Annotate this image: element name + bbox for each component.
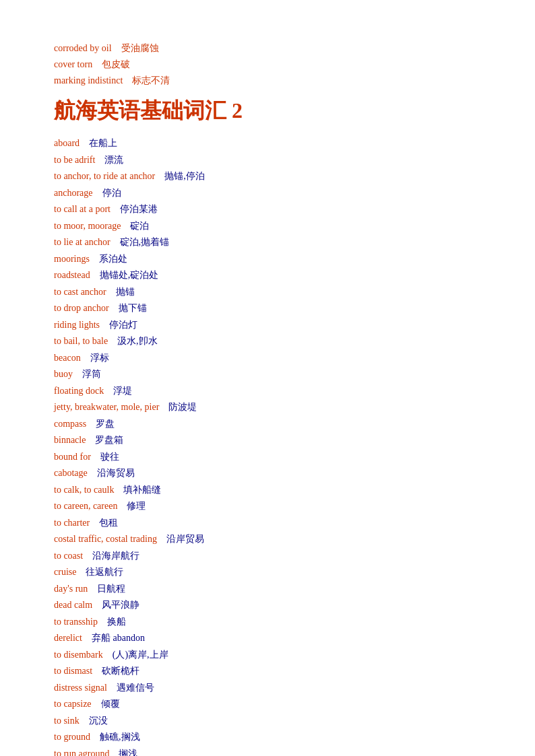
vocab-zh-29: 换船 xyxy=(107,617,126,627)
vocab-item-28: dead calm 风平浪静 xyxy=(54,597,481,614)
vocab-zh-23: 包租 xyxy=(99,518,118,528)
vocab-item-29: to transship 换船 xyxy=(54,614,481,631)
vocab-item-3: anchorage 停泊 xyxy=(54,185,481,202)
vocab-en-35: to sink xyxy=(54,716,80,726)
vocab-en-31: to disembark xyxy=(54,650,103,660)
vocab-zh-18: 罗盘箱 xyxy=(95,435,123,445)
vocab-item-32: to dismast 砍断桅杆 xyxy=(54,663,481,680)
vocab-zh-16: 防波堤 xyxy=(168,402,197,412)
vocab-item-22: to careen, careen 修理 xyxy=(54,498,481,515)
vocab-zh-22: 修理 xyxy=(127,501,146,511)
vocab-item-17: compass 罗盘 xyxy=(54,416,481,433)
vocab-zh-33: 遇难信号 xyxy=(117,683,154,693)
vocab-en-34: to capsize xyxy=(54,699,92,709)
vocab-zh-6: 碇泊,抛着锚 xyxy=(120,237,170,247)
vocab-zh-31: (人)离岸,上岸 xyxy=(113,650,168,660)
intro-line-3: marking indistinct 标志不清 xyxy=(54,73,481,89)
vocab-zh-0: 在船上 xyxy=(89,138,117,148)
vocab-item-0: aboard 在船上 xyxy=(54,135,481,152)
vocab-item-8: roadstead 抛锚处,碇泊处 xyxy=(54,267,481,284)
vocab-zh-35: 沉没 xyxy=(89,716,108,726)
vocab-en-30: derelict xyxy=(54,633,82,643)
vocab-zh-30: 弃船 abandon xyxy=(92,633,145,643)
intro-line-1: corroded by oil 受油腐蚀 xyxy=(54,40,481,57)
vocab-item-18: binnacle 罗盘箱 xyxy=(54,432,481,449)
vocab-en-20: cabotage xyxy=(54,468,88,478)
vocab-en-0: aboard xyxy=(54,138,80,148)
vocab-zh-7: 系泊处 xyxy=(99,254,127,264)
vocab-item-26: cruise 往返航行 xyxy=(54,564,481,581)
vocab-zh-10: 抛下锚 xyxy=(119,303,147,313)
vocab-en-26: cruise xyxy=(54,567,76,577)
vocab-item-27: day's run 日航程 xyxy=(54,581,481,598)
vocab-zh-26: 往返航行 xyxy=(86,567,123,577)
vocab-en-37: to run aground xyxy=(54,749,109,756)
vocab-en-4: to call at a port xyxy=(54,204,111,214)
vocab-en-13: beacon xyxy=(54,353,81,363)
vocab-item-6: to lie at anchor 碇泊,抛着锚 xyxy=(54,234,481,251)
vocab-item-10: to drop anchor 抛下锚 xyxy=(54,300,481,317)
vocab-en-24: costal traffic, costal trading xyxy=(54,534,157,544)
vocab-item-21: to calk, to caulk 填补船缝 xyxy=(54,482,481,499)
vocab-zh-36: 触礁,搁浅 xyxy=(100,732,140,742)
vocab-zh-11: 停泊灯 xyxy=(109,320,137,330)
intro-section: corroded by oil 受油腐蚀 cover torn 包皮破 mark… xyxy=(54,40,481,88)
vocab-zh-1: 漂流 xyxy=(104,155,123,165)
vocab-en-22: to careen, careen xyxy=(54,501,117,511)
vocab-item-2: to anchor, to ride at anchor 抛锚,停泊 xyxy=(54,168,481,185)
intro-zh-1: 受油腐蚀 xyxy=(121,43,159,53)
intro-en-3: marking indistinct xyxy=(54,75,123,85)
vocab-item-13: beacon 浮标 xyxy=(54,350,481,367)
vocab-zh-5: 碇泊 xyxy=(130,221,149,231)
intro-en-2: cover torn xyxy=(54,59,92,69)
vocab-item-30: derelict 弃船 abandon xyxy=(54,630,481,647)
vocab-zh-34: 倾覆 xyxy=(101,699,120,709)
vocab-en-6: to lie at anchor xyxy=(54,237,111,247)
vocab-en-8: roadstead xyxy=(54,270,90,280)
vocab-item-23: to charter 包租 xyxy=(54,515,481,532)
vocab-en-18: binnacle xyxy=(54,435,86,445)
vocab-en-7: moorings xyxy=(54,254,90,264)
vocab-en-10: to drop anchor xyxy=(54,303,109,313)
vocab-zh-37: 搁浅 xyxy=(119,749,137,756)
vocab-en-32: to dismast xyxy=(54,666,92,676)
vocab-en-27: day's run xyxy=(54,584,88,594)
vocab-en-23: to charter xyxy=(54,518,90,528)
vocab-en-29: to transship xyxy=(54,617,98,627)
vocab-zh-28: 风平浪静 xyxy=(102,600,139,610)
vocab-en-15: floating dock xyxy=(54,386,104,396)
vocab-en-3: anchorage xyxy=(54,188,93,198)
vocab-zh-17: 罗盘 xyxy=(96,419,115,429)
vocab-en-11: riding lights xyxy=(54,320,100,330)
vocab-zh-20: 沿海贸易 xyxy=(97,468,135,478)
intro-zh-3: 标志不清 xyxy=(132,75,170,85)
vocab-item-24: costal traffic, costal trading 沿岸贸易 xyxy=(54,531,481,548)
vocab-item-37: to run aground 搁浅 xyxy=(54,746,481,756)
vocab-zh-25: 沿海岸航行 xyxy=(92,551,139,561)
vocab-zh-9: 抛锚 xyxy=(116,287,135,297)
vocab-en-2: to anchor, to ride at anchor xyxy=(54,171,155,181)
vocab-en-9: to cast anchor xyxy=(54,287,106,297)
vocab-item-15: floating dock 浮堤 xyxy=(54,383,481,400)
vocab-item-25: to coast 沿海岸航行 xyxy=(54,548,481,565)
vocab-item-7: moorings 系泊处 xyxy=(54,251,481,268)
vocab-zh-12: 汲水,卽水 xyxy=(117,336,158,346)
vocab-zh-24: 沿岸贸易 xyxy=(166,534,204,544)
vocab-zh-15: 浮堤 xyxy=(113,386,132,396)
vocab-item-5: to moor, moorage 碇泊 xyxy=(54,218,481,235)
vocab-item-9: to cast anchor 抛锚 xyxy=(54,284,481,301)
vocab-item-4: to call at a port 停泊某港 xyxy=(54,201,481,218)
vocab-zh-32: 砍断桅杆 xyxy=(102,666,139,676)
intro-line-2: cover torn 包皮破 xyxy=(54,57,481,73)
vocab-en-25: to coast xyxy=(54,551,83,561)
vocab-item-1: to be adrift 漂流 xyxy=(54,152,481,169)
vocab-zh-8: 抛锚处,碇泊处 xyxy=(100,270,159,280)
vocab-item-34: to capsize 倾覆 xyxy=(54,696,481,713)
vocab-en-19: bound for xyxy=(54,452,91,462)
vocab-list: aboard 在船上to be adrift 漂流to anchor, to r… xyxy=(54,135,481,756)
vocab-zh-21: 填补船缝 xyxy=(123,485,161,495)
vocab-en-36: to ground xyxy=(54,732,90,742)
vocab-zh-4: 停泊某港 xyxy=(120,204,158,214)
vocab-zh-13: 浮标 xyxy=(90,353,109,363)
vocab-item-14: buoy 浮筒 xyxy=(54,366,481,383)
